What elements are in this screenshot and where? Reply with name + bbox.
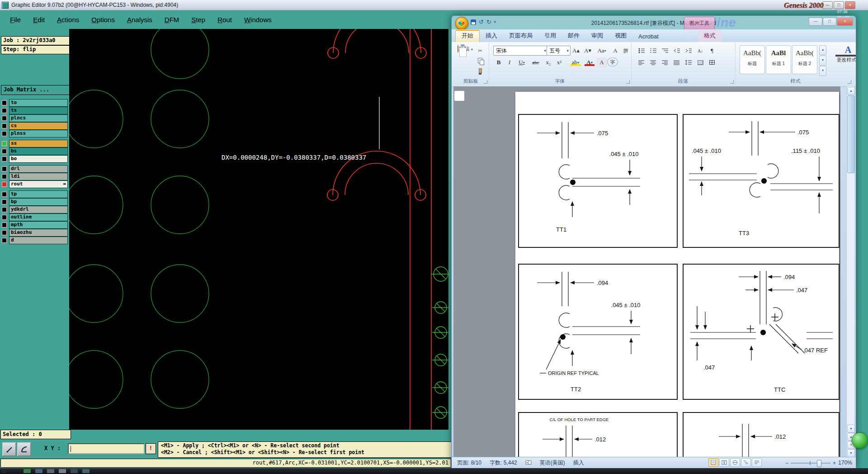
next-page-button[interactable]: ▼ bbox=[847, 449, 855, 457]
layer-context-box[interactable] bbox=[1, 181, 7, 187]
measure-tool-button[interactable] bbox=[17, 442, 31, 456]
close-button[interactable]: × bbox=[837, 18, 853, 26]
close-button[interactable]: × bbox=[845, 1, 855, 9]
menu-dfm[interactable]: DFM bbox=[165, 16, 179, 24]
layer-row[interactable]: bp bbox=[1, 198, 68, 206]
taskbar-item[interactable] bbox=[35, 469, 42, 473]
style-card-heading2[interactable]: AaBb( 标题 2 bbox=[792, 45, 817, 74]
shrink-font-button[interactable]: A▾ bbox=[582, 46, 594, 56]
multilevel-list-button[interactable] bbox=[659, 46, 671, 56]
menu-analysis[interactable]: Analysis bbox=[127, 16, 152, 24]
layer-context-box[interactable] bbox=[1, 191, 7, 197]
print-layout-view-button[interactable] bbox=[708, 458, 718, 467]
full-screen-reading-view-button[interactable] bbox=[719, 458, 729, 467]
layer-row[interactable]: cs bbox=[1, 122, 68, 130]
scrollbar-thumb[interactable] bbox=[847, 95, 855, 173]
zoom-out-button[interactable]: − bbox=[785, 460, 788, 466]
underline-button[interactable]: U▾ bbox=[515, 57, 528, 67]
maximize-button[interactable]: □ bbox=[823, 18, 836, 26]
justify-button[interactable] bbox=[671, 57, 683, 67]
menu-rout[interactable]: Rout bbox=[217, 16, 232, 24]
tab-review[interactable]: 审阅 bbox=[585, 30, 609, 42]
start-button[interactable] bbox=[2, 469, 6, 473]
word-title-bar[interactable]: ↺ ↻ ▾ 20141206173526814.rtf [兼容模式] - Mic… bbox=[452, 16, 856, 30]
style-card-heading1[interactable]: AaBl 标题 1 bbox=[766, 45, 791, 74]
shading-button[interactable] bbox=[694, 57, 706, 67]
taskbar-item[interactable] bbox=[59, 469, 66, 473]
minimize-button[interactable]: — bbox=[809, 18, 822, 26]
line-spacing-button[interactable] bbox=[683, 57, 694, 67]
layer-row[interactable]: d bbox=[1, 237, 68, 244]
font-name-combo[interactable]: 宋体▾ bbox=[493, 46, 548, 56]
outline-view-button[interactable] bbox=[741, 458, 751, 467]
layer-context-box[interactable] bbox=[1, 230, 7, 236]
menu-actions[interactable]: Actions bbox=[57, 16, 79, 24]
maximize-button[interactable]: □ bbox=[834, 1, 844, 9]
format-painter-button[interactable] bbox=[474, 66, 486, 75]
taskbar-item[interactable] bbox=[47, 469, 54, 473]
layer-context-box[interactable] bbox=[1, 123, 7, 129]
tab-view[interactable]: 视图 bbox=[609, 30, 632, 42]
tab-insert[interactable]: 插入 bbox=[480, 30, 503, 42]
zoom-level[interactable]: 170% bbox=[838, 460, 852, 466]
proofing-icon[interactable] bbox=[525, 460, 532, 466]
cut-button[interactable]: ✂ bbox=[474, 46, 486, 55]
word-count[interactable]: 字数: 5,442 bbox=[490, 459, 517, 467]
insert-mode-indicator[interactable]: 插入 bbox=[573, 459, 584, 467]
layer-row[interactable]: ts bbox=[1, 107, 68, 114]
bold-button[interactable]: B bbox=[493, 57, 504, 67]
gallery-expand-button[interactable]: ▾ bbox=[819, 66, 826, 76]
scroll-down-button[interactable]: ▼ bbox=[847, 425, 855, 433]
layer-row[interactable]: tp bbox=[1, 190, 68, 198]
character-shading-button[interactable]: A bbox=[596, 57, 607, 67]
layer-row[interactable]: ss bbox=[1, 140, 68, 147]
taskbar-item[interactable] bbox=[24, 469, 31, 473]
subscript-button[interactable]: x₂ bbox=[543, 57, 554, 67]
align-left-button[interactable] bbox=[636, 57, 647, 67]
layer-context-box[interactable] bbox=[1, 174, 7, 180]
layer-row[interactable]: bo bbox=[1, 155, 68, 163]
tab-home[interactable]: 开始 bbox=[455, 30, 480, 42]
tab-acrobat[interactable]: Acrobat bbox=[632, 31, 665, 42]
text-highlight-button[interactable]: ab ▾ bbox=[568, 57, 583, 67]
layer-row[interactable]: ldi bbox=[1, 173, 68, 180]
cam-canvas[interactable]: DX=0.0000248,DY=-0.0380337,D=0.0380337 bbox=[69, 29, 448, 430]
enclose-characters-button[interactable]: 字 bbox=[607, 57, 618, 66]
layer-row[interactable]: plnss bbox=[1, 130, 68, 137]
layer-context-box[interactable] bbox=[1, 148, 7, 154]
layer-context-box[interactable] bbox=[1, 108, 7, 114]
draft-view-button[interactable] bbox=[752, 458, 762, 467]
layer-context-box[interactable] bbox=[1, 141, 7, 147]
tab-mailings[interactable]: 邮件 bbox=[562, 30, 585, 42]
copy-button[interactable] bbox=[474, 56, 486, 65]
show-marks-button[interactable]: ¶ bbox=[706, 46, 718, 56]
menu-edit[interactable]: Edit bbox=[33, 16, 45, 24]
layer-row[interactable]: ydkdrl bbox=[1, 206, 68, 213]
layer-context-box[interactable] bbox=[1, 214, 7, 220]
layer-context-box[interactable] bbox=[1, 207, 7, 213]
strikethrough-button[interactable]: abc bbox=[528, 57, 543, 67]
tab-format[interactable]: 格式 bbox=[698, 30, 722, 42]
layer-row[interactable]: to bbox=[1, 99, 68, 107]
layer-context-box[interactable] bbox=[1, 156, 7, 162]
alert-toggle-button[interactable]: ! bbox=[146, 443, 156, 454]
layer-context-box[interactable] bbox=[1, 222, 7, 228]
zoom-in-button[interactable]: + bbox=[833, 460, 836, 466]
borders-button[interactable] bbox=[706, 57, 718, 67]
layer-context-box[interactable] bbox=[1, 131, 7, 137]
layer-row-rout[interactable]: rout= bbox=[1, 180, 68, 188]
dialog-launcher-icon[interactable] bbox=[848, 80, 851, 84]
change-styles-button[interactable]: A 更改样式 ▾ bbox=[830, 45, 856, 77]
taskbar-item[interactable] bbox=[82, 469, 90, 473]
document-area[interactable]: .075 .045 ± .010 TT1 bbox=[453, 86, 840, 457]
web-layout-view-button[interactable] bbox=[730, 458, 740, 467]
language-indicator[interactable]: 英语(美国) bbox=[540, 459, 565, 467]
layer-context-box[interactable] bbox=[1, 199, 7, 205]
change-case-button[interactable]: Aa▾ bbox=[594, 46, 609, 56]
pointer-tool-button[interactable] bbox=[2, 442, 16, 456]
gallery-down-button[interactable]: ▾ bbox=[819, 56, 826, 66]
layer-row[interactable]: drl bbox=[1, 165, 68, 173]
tab-references[interactable]: 引用 bbox=[538, 30, 562, 42]
green-badge[interactable] bbox=[852, 432, 868, 449]
qat-dropdown-icon[interactable]: ▾ bbox=[494, 20, 496, 24]
